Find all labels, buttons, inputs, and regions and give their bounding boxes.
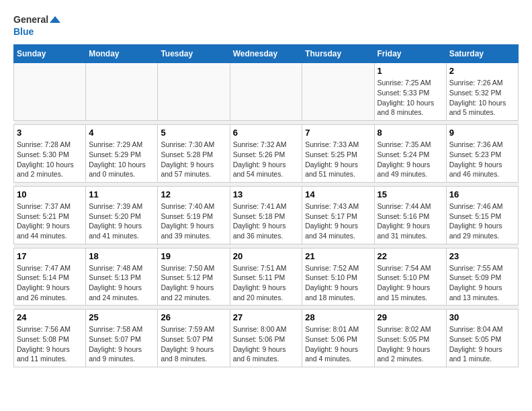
day-number: 1 xyxy=(378,66,443,76)
day-number: 15 xyxy=(378,189,443,199)
calendar-cell: 20Sunrise: 7:51 AM Sunset: 5:11 PM Dayli… xyxy=(230,248,302,306)
day-number: 25 xyxy=(89,312,154,322)
logo-text: General Blue xyxy=(13,13,60,38)
page-header: General Blue xyxy=(13,13,519,38)
weekday-header-cell: Tuesday xyxy=(158,45,230,63)
cell-info: Sunrise: 8:04 AM Sunset: 5:05 PM Dayligh… xyxy=(449,324,515,364)
cell-info: Sunrise: 7:51 AM Sunset: 5:11 PM Dayligh… xyxy=(233,263,300,303)
calendar-cell: 1Sunrise: 7:25 AM Sunset: 5:33 PM Daylig… xyxy=(374,63,446,121)
cell-info: Sunrise: 7:44 AM Sunset: 5:16 PM Dayligh… xyxy=(378,201,443,241)
calendar-cell: 28Sunrise: 8:01 AM Sunset: 5:06 PM Dayli… xyxy=(302,310,374,367)
cell-info: Sunrise: 7:33 AM Sunset: 5:25 PM Dayligh… xyxy=(305,140,371,179)
day-number: 11 xyxy=(89,189,154,199)
day-number: 9 xyxy=(449,128,515,138)
day-number: 22 xyxy=(378,251,443,261)
calendar-cell: 7Sunrise: 7:33 AM Sunset: 5:25 PM Daylig… xyxy=(302,125,374,183)
cell-info: Sunrise: 7:37 AM Sunset: 5:21 PM Dayligh… xyxy=(17,201,83,241)
calendar-table: SundayMondayTuesdayWednesdayThursdayFrid… xyxy=(13,44,519,367)
cell-info: Sunrise: 7:26 AM Sunset: 5:32 PM Dayligh… xyxy=(449,78,515,118)
calendar-cell: 26Sunrise: 7:59 AM Sunset: 5:07 PM Dayli… xyxy=(158,310,230,367)
calendar-cell xyxy=(158,63,230,121)
weekday-header-cell: Friday xyxy=(374,45,446,63)
cell-info: Sunrise: 8:01 AM Sunset: 5:06 PM Dayligh… xyxy=(305,324,371,364)
calendar-cell: 25Sunrise: 7:58 AM Sunset: 5:07 PM Dayli… xyxy=(86,310,158,367)
day-number: 7 xyxy=(305,128,371,138)
day-number: 6 xyxy=(233,128,300,138)
weekday-header-cell: Monday xyxy=(86,45,158,63)
calendar-cell: 5Sunrise: 7:30 AM Sunset: 5:28 PM Daylig… xyxy=(158,125,230,183)
day-number: 3 xyxy=(17,128,83,138)
cell-info: Sunrise: 7:47 AM Sunset: 5:14 PM Dayligh… xyxy=(17,263,83,303)
day-number: 24 xyxy=(17,312,83,322)
logo: General Blue xyxy=(13,13,60,38)
day-number: 8 xyxy=(378,128,443,138)
day-number: 26 xyxy=(161,312,226,322)
day-number: 16 xyxy=(449,189,515,199)
calendar-week-row: 17Sunrise: 7:47 AM Sunset: 5:14 PM Dayli… xyxy=(14,248,519,306)
weekday-header-cell: Thursday xyxy=(302,45,374,63)
calendar-cell: 21Sunrise: 7:52 AM Sunset: 5:10 PM Dayli… xyxy=(302,248,374,306)
calendar-cell: 19Sunrise: 7:50 AM Sunset: 5:12 PM Dayli… xyxy=(158,248,230,306)
cell-info: Sunrise: 7:43 AM Sunset: 5:17 PM Dayligh… xyxy=(305,201,371,241)
weekday-header-row: SundayMondayTuesdayWednesdayThursdayFrid… xyxy=(14,45,519,63)
cell-info: Sunrise: 7:56 AM Sunset: 5:08 PM Dayligh… xyxy=(17,324,83,364)
calendar-cell: 27Sunrise: 8:00 AM Sunset: 5:06 PM Dayli… xyxy=(230,310,302,367)
cell-info: Sunrise: 7:58 AM Sunset: 5:07 PM Dayligh… xyxy=(89,324,154,364)
day-number: 17 xyxy=(17,251,83,261)
calendar-cell: 29Sunrise: 8:02 AM Sunset: 5:05 PM Dayli… xyxy=(374,310,446,367)
cell-info: Sunrise: 7:36 AM Sunset: 5:23 PM Dayligh… xyxy=(449,140,515,179)
day-number: 18 xyxy=(89,251,154,261)
calendar-cell: 2Sunrise: 7:26 AM Sunset: 5:32 PM Daylig… xyxy=(446,63,518,121)
calendar-cell: 10Sunrise: 7:37 AM Sunset: 5:21 PM Dayli… xyxy=(14,186,86,244)
cell-info: Sunrise: 7:55 AM Sunset: 5:09 PM Dayligh… xyxy=(449,263,515,303)
day-number: 21 xyxy=(305,251,371,261)
day-number: 19 xyxy=(161,251,226,261)
cell-info: Sunrise: 7:30 AM Sunset: 5:28 PM Dayligh… xyxy=(161,140,226,179)
calendar-week-row: 10Sunrise: 7:37 AM Sunset: 5:21 PM Dayli… xyxy=(14,186,519,244)
calendar-cell: 9Sunrise: 7:36 AM Sunset: 5:23 PM Daylig… xyxy=(446,125,518,183)
calendar-cell xyxy=(14,63,86,121)
calendar-cell: 12Sunrise: 7:40 AM Sunset: 5:19 PM Dayli… xyxy=(158,186,230,244)
weekday-header-cell: Wednesday xyxy=(230,45,302,63)
calendar-cell: 8Sunrise: 7:35 AM Sunset: 5:24 PM Daylig… xyxy=(374,125,446,183)
day-number: 20 xyxy=(233,251,300,261)
calendar-cell: 4Sunrise: 7:29 AM Sunset: 5:29 PM Daylig… xyxy=(86,125,158,183)
cell-info: Sunrise: 7:28 AM Sunset: 5:30 PM Dayligh… xyxy=(17,140,83,179)
day-number: 13 xyxy=(233,189,300,199)
day-number: 23 xyxy=(449,251,515,261)
calendar-cell: 23Sunrise: 7:55 AM Sunset: 5:09 PM Dayli… xyxy=(446,248,518,306)
day-number: 14 xyxy=(305,189,371,199)
calendar-cell xyxy=(230,63,302,121)
cell-info: Sunrise: 7:46 AM Sunset: 5:15 PM Dayligh… xyxy=(449,201,515,241)
calendar-cell: 22Sunrise: 7:54 AM Sunset: 5:10 PM Dayli… xyxy=(374,248,446,306)
cell-info: Sunrise: 7:39 AM Sunset: 5:20 PM Dayligh… xyxy=(89,201,154,241)
cell-info: Sunrise: 7:59 AM Sunset: 5:07 PM Dayligh… xyxy=(161,324,226,364)
day-number: 29 xyxy=(378,312,443,322)
calendar-cell: 13Sunrise: 7:41 AM Sunset: 5:18 PM Dayli… xyxy=(230,186,302,244)
calendar-cell: 24Sunrise: 7:56 AM Sunset: 5:08 PM Dayli… xyxy=(14,310,86,367)
calendar-cell: 18Sunrise: 7:48 AM Sunset: 5:13 PM Dayli… xyxy=(86,248,158,306)
cell-info: Sunrise: 7:35 AM Sunset: 5:24 PM Dayligh… xyxy=(378,140,443,179)
day-number: 4 xyxy=(89,128,154,138)
day-number: 30 xyxy=(449,312,515,322)
cell-info: Sunrise: 7:50 AM Sunset: 5:12 PM Dayligh… xyxy=(161,263,226,303)
calendar-cell xyxy=(86,63,158,121)
cell-info: Sunrise: 8:02 AM Sunset: 5:05 PM Dayligh… xyxy=(378,324,443,364)
calendar-cell: 3Sunrise: 7:28 AM Sunset: 5:30 PM Daylig… xyxy=(14,125,86,183)
cell-info: Sunrise: 7:25 AM Sunset: 5:33 PM Dayligh… xyxy=(378,78,443,118)
weekday-header-cell: Sunday xyxy=(14,45,86,63)
day-number: 2 xyxy=(449,66,515,76)
calendar-cell: 30Sunrise: 8:04 AM Sunset: 5:05 PM Dayli… xyxy=(446,310,518,367)
cell-info: Sunrise: 7:52 AM Sunset: 5:10 PM Dayligh… xyxy=(305,263,371,303)
cell-info: Sunrise: 7:48 AM Sunset: 5:13 PM Dayligh… xyxy=(89,263,154,303)
cell-info: Sunrise: 8:00 AM Sunset: 5:06 PM Dayligh… xyxy=(233,324,300,364)
cell-info: Sunrise: 7:29 AM Sunset: 5:29 PM Dayligh… xyxy=(89,140,154,179)
calendar-cell: 6Sunrise: 7:32 AM Sunset: 5:26 PM Daylig… xyxy=(230,125,302,183)
calendar-cell: 14Sunrise: 7:43 AM Sunset: 5:17 PM Dayli… xyxy=(302,186,374,244)
calendar-week-row: 3Sunrise: 7:28 AM Sunset: 5:30 PM Daylig… xyxy=(14,125,519,183)
day-number: 27 xyxy=(233,312,300,322)
calendar-cell xyxy=(302,63,374,121)
calendar-cell: 15Sunrise: 7:44 AM Sunset: 5:16 PM Dayli… xyxy=(374,186,446,244)
calendar-week-row: 24Sunrise: 7:56 AM Sunset: 5:08 PM Dayli… xyxy=(14,310,519,367)
day-number: 12 xyxy=(161,189,226,199)
